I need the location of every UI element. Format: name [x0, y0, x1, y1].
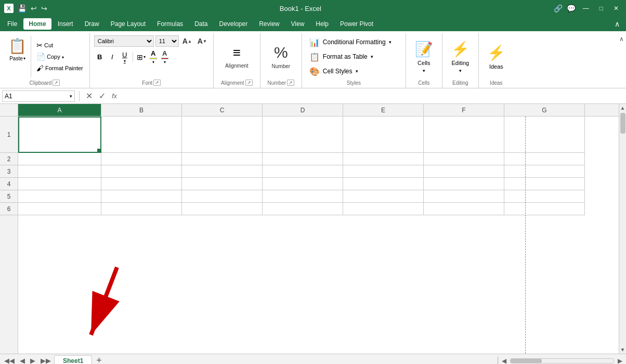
cell-c4[interactable]	[182, 178, 263, 190]
cell-c3[interactable]	[182, 165, 263, 178]
scroll-thumb-v[interactable]	[620, 113, 625, 134]
cell-f1[interactable]	[424, 116, 504, 153]
ribbon-collapse-btn[interactable]: ∧	[617, 33, 626, 45]
scroll-down-btn[interactable]: ▼	[620, 347, 625, 353]
paste-button[interactable]: 📋 Paste ▾	[4, 35, 31, 77]
cell-e2[interactable]	[343, 153, 424, 165]
cell-e3[interactable]	[343, 165, 424, 178]
format-as-table-button[interactable]: 📋 Format as Table ▾	[306, 51, 401, 63]
cell-f2[interactable]	[424, 153, 504, 165]
bold-button[interactable]: B	[94, 51, 106, 63]
minimize-btn[interactable]: —	[580, 5, 592, 12]
clipboard-expand-icon[interactable]: ↗	[53, 80, 60, 86]
decrease-font-btn[interactable]: A▼	[195, 36, 209, 46]
cell-b5[interactable]	[101, 190, 182, 203]
maximize-btn[interactable]: □	[596, 5, 606, 12]
cell-g1[interactable]	[504, 116, 585, 153]
cell-a5[interactable]	[18, 190, 101, 203]
cell-g6[interactable]	[504, 203, 585, 215]
col-header-g[interactable]: G	[504, 104, 585, 116]
font-size-select[interactable]: 11	[155, 35, 179, 47]
cell-c5[interactable]	[182, 190, 263, 203]
col-header-f[interactable]: F	[424, 104, 504, 116]
cell-a1[interactable]	[18, 116, 101, 153]
cell-g3[interactable]	[504, 165, 585, 178]
cell-f6[interactable]	[424, 203, 504, 215]
cell-d3[interactable]	[263, 165, 343, 178]
cell-e6[interactable]	[343, 203, 424, 215]
add-sheet-button[interactable]: +	[93, 355, 105, 364]
increase-font-btn[interactable]: A▲	[180, 36, 194, 46]
quick-access-redo[interactable]: ↪	[41, 4, 47, 12]
italic-button[interactable]: I	[107, 51, 118, 63]
cell-e5[interactable]	[343, 190, 424, 203]
row-header-6[interactable]: 6	[0, 203, 18, 215]
menu-item-developer[interactable]: Developer	[214, 18, 253, 30]
cell-d4[interactable]	[263, 178, 343, 190]
alignment-button[interactable]: ≡	[233, 45, 241, 61]
nav-scroll-right[interactable]: ▶	[616, 356, 624, 365]
horizontal-scrollbar-thumb[interactable]	[511, 359, 542, 363]
font-group-label[interactable]: Font ↗	[94, 80, 209, 86]
cell-e4[interactable]	[343, 178, 424, 190]
col-header-a[interactable]: A	[18, 104, 101, 116]
cell-a4[interactable]	[18, 178, 101, 190]
menu-item-data[interactable]: Data	[189, 18, 213, 30]
col-header-c[interactable]: C	[182, 104, 263, 116]
font-family-select[interactable]: Calibri	[94, 35, 154, 47]
cell-b3[interactable]	[101, 165, 182, 178]
cell-c6[interactable]	[182, 203, 263, 215]
editing-button[interactable]: ⚡ Editing ▾	[451, 41, 470, 73]
col-header-b[interactable]: B	[101, 104, 182, 116]
nav-last-sheet[interactable]: ▶▶	[38, 356, 53, 364]
menu-item-view[interactable]: View	[286, 18, 310, 30]
row-header-1[interactable]: 1	[0, 116, 18, 153]
menu-item-home[interactable]: Home	[23, 18, 51, 30]
cell-b4[interactable]	[101, 178, 182, 190]
cell-f4[interactable]	[424, 178, 504, 190]
cell-styles-button[interactable]: 🎨 Cell Styles ▾	[306, 66, 401, 77]
borders-button[interactable]: ⊞ ▾	[135, 52, 147, 62]
confirm-formula-btn[interactable]: ✓	[97, 90, 108, 102]
close-btn[interactable]: ✕	[610, 5, 622, 12]
cell-a2[interactable]	[18, 153, 101, 165]
cell-d2[interactable]	[263, 153, 343, 165]
cell-d5[interactable]	[263, 190, 343, 203]
font-color-button[interactable]: A ▾	[160, 48, 170, 66]
cut-button[interactable]: ✂ Cut	[34, 40, 85, 50]
cell-c1[interactable]	[182, 116, 263, 153]
menu-item-review[interactable]: Review	[254, 18, 284, 30]
alignment-group-label[interactable]: Alignment ↗	[218, 80, 256, 86]
clipboard-group-label[interactable]: Clipboard ↗	[4, 80, 85, 86]
menu-item-draw[interactable]: Draw	[80, 18, 105, 30]
sheet-tab-sheet1[interactable]: Sheet1	[54, 355, 92, 364]
scroll-up-btn[interactable]: ▲	[620, 105, 625, 111]
comments-icon[interactable]: 💬	[567, 4, 576, 12]
nav-first-sheet[interactable]: ◀◀	[2, 356, 17, 364]
name-box[interactable]: A1 ▾	[2, 90, 75, 102]
fill-color-button[interactable]: A ▾	[148, 48, 159, 66]
menu-item-help[interactable]: Help	[310, 18, 334, 30]
cell-g5[interactable]	[504, 190, 585, 203]
cell-f3[interactable]	[424, 165, 504, 178]
share-icon[interactable]: 🔗	[554, 4, 563, 12]
nav-prev-sheet[interactable]: ◀	[18, 356, 27, 364]
alignment-expand-icon[interactable]: ↗	[245, 80, 253, 86]
menu-item-file[interactable]: File	[2, 18, 22, 30]
row-header-3[interactable]: 3	[0, 165, 18, 178]
col-header-e[interactable]: E	[343, 104, 424, 116]
menu-item-formulas[interactable]: Formulas	[152, 18, 188, 30]
cells-button[interactable]: 📝 Cells ▾	[415, 41, 433, 73]
row-header-5[interactable]: 5	[0, 190, 18, 203]
cell-d1[interactable]	[263, 116, 343, 153]
menu-item-insert[interactable]: Insert	[53, 18, 79, 30]
ideas-button[interactable]: ⚡ Ideas	[487, 44, 505, 70]
menu-item-page-layout[interactable]: Page Layout	[106, 18, 151, 30]
cell-e1[interactable]	[343, 116, 424, 153]
cell-b6[interactable]	[101, 203, 182, 215]
cell-a3[interactable]	[18, 165, 101, 178]
cancel-formula-btn[interactable]: ✕	[84, 90, 95, 102]
menu-item-power-pivot[interactable]: Power Pivot	[335, 18, 379, 30]
copy-button[interactable]: 📄 Copy ▾	[34, 51, 85, 62]
number-group-label[interactable]: Number ↗	[265, 80, 297, 86]
